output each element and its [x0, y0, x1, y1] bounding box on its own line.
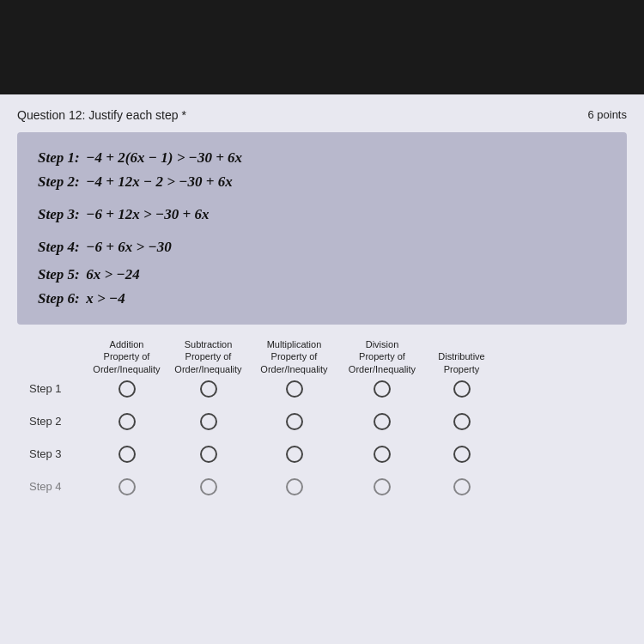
- step1-distributive-radio[interactable]: [453, 380, 471, 398]
- step-5-text: Step 5: 6x > −24: [38, 266, 606, 283]
- row-step2: Step 2: [26, 413, 627, 430]
- question-header: Question 12: Justify each step * 6 point…: [17, 108, 627, 122]
- step1-subtraction-cell[interactable]: [167, 380, 249, 398]
- step3-multiplication-radio[interactable]: [286, 446, 303, 463]
- page-content: Question 12: Justify each step * 6 point…: [0, 94, 644, 644]
- step4-subtraction-radio[interactable]: [200, 478, 217, 495]
- row-step4-label: Step 4: [26, 480, 86, 493]
- step3-division-radio[interactable]: [374, 446, 391, 463]
- row-step1: Step 1: [26, 380, 627, 398]
- step4-division-radio[interactable]: [374, 478, 391, 495]
- col-multiplication-header: MultiplicationProperty ofOrder/Inequalit…: [249, 338, 339, 375]
- step2-subtraction-radio[interactable]: [200, 413, 217, 430]
- row-step2-label: Step 2: [26, 415, 86, 428]
- step-6-text: Step 6: x > −4: [38, 290, 606, 307]
- step3-multiplication-cell[interactable]: [249, 446, 339, 463]
- steps-box: Step 1: −4 + 2(6x − 1) > −30 + 6x Step 2…: [17, 132, 627, 325]
- row-step1-label: Step 1: [26, 382, 86, 395]
- step3-subtraction-cell[interactable]: [167, 446, 249, 463]
- row-step3-label: Step 3: [26, 447, 86, 460]
- step2-addition-cell[interactable]: [86, 413, 167, 430]
- col-distributive-header: DistributiveProperty: [425, 350, 498, 375]
- step2-multiplication-cell[interactable]: [249, 413, 339, 430]
- col-subtraction-header: SubtractionProperty ofOrder/Inequality: [167, 338, 249, 375]
- step4-multiplication-cell[interactable]: [249, 478, 339, 495]
- step3-addition-radio[interactable]: [118, 446, 136, 463]
- step2-subtraction-cell[interactable]: [167, 413, 249, 430]
- points-label: 6 points: [587, 108, 627, 121]
- column-headers: AdditionProperty ofOrder/Inequality Subt…: [26, 338, 627, 375]
- step-3-text: Step 3: −6 + 12x > −30 + 6x: [38, 206, 606, 223]
- step4-distributive-radio[interactable]: [453, 478, 471, 495]
- question-title: Question 12: Justify each step *: [17, 108, 186, 122]
- step4-subtraction-cell[interactable]: [167, 478, 249, 495]
- step-4-text: Step 4: −6 + 6x > −30: [38, 239, 606, 256]
- step3-division-cell[interactable]: [339, 446, 425, 463]
- step1-addition-cell[interactable]: [86, 380, 167, 398]
- step1-division-radio[interactable]: [374, 380, 391, 398]
- step3-subtraction-radio[interactable]: [200, 446, 217, 463]
- step2-division-cell[interactable]: [339, 413, 425, 430]
- step3-addition-cell[interactable]: [86, 446, 167, 463]
- step2-addition-radio[interactable]: [118, 413, 136, 430]
- row-step4: Step 4: [26, 478, 627, 495]
- step-1-text: Step 1: −4 + 2(6x − 1) > −30 + 6x: [38, 149, 606, 167]
- step2-division-radio[interactable]: [374, 413, 391, 430]
- step1-addition-radio[interactable]: [118, 380, 136, 398]
- col-addition-header: AdditionProperty ofOrder/Inequality: [86, 338, 167, 375]
- step1-subtraction-radio[interactable]: [200, 380, 217, 398]
- step3-distributive-radio[interactable]: [453, 446, 471, 463]
- step1-division-cell[interactable]: [339, 380, 425, 398]
- col-division-header: DivisionProperty ofOrder/Inequality: [339, 338, 425, 375]
- step4-multiplication-radio[interactable]: [286, 478, 303, 495]
- step-2-text: Step 2: −4 + 12x − 2 > −30 + 6x: [38, 173, 606, 191]
- step1-distributive-cell[interactable]: [425, 380, 498, 398]
- answer-table: AdditionProperty ofOrder/Inequality Subt…: [17, 338, 627, 495]
- step4-division-cell[interactable]: [339, 478, 425, 495]
- step1-multiplication-radio[interactable]: [286, 380, 303, 398]
- step1-multiplication-cell[interactable]: [249, 380, 339, 398]
- step2-distributive-radio[interactable]: [453, 413, 471, 430]
- step4-addition-cell[interactable]: [86, 478, 167, 495]
- step3-distributive-cell[interactable]: [425, 446, 498, 463]
- step2-multiplication-radio[interactable]: [286, 413, 303, 430]
- row-step3: Step 3: [26, 446, 627, 463]
- step4-distributive-cell[interactable]: [425, 478, 498, 495]
- step4-addition-radio[interactable]: [118, 478, 136, 495]
- step2-distributive-cell[interactable]: [425, 413, 498, 430]
- top-black-bar: [0, 0, 644, 94]
